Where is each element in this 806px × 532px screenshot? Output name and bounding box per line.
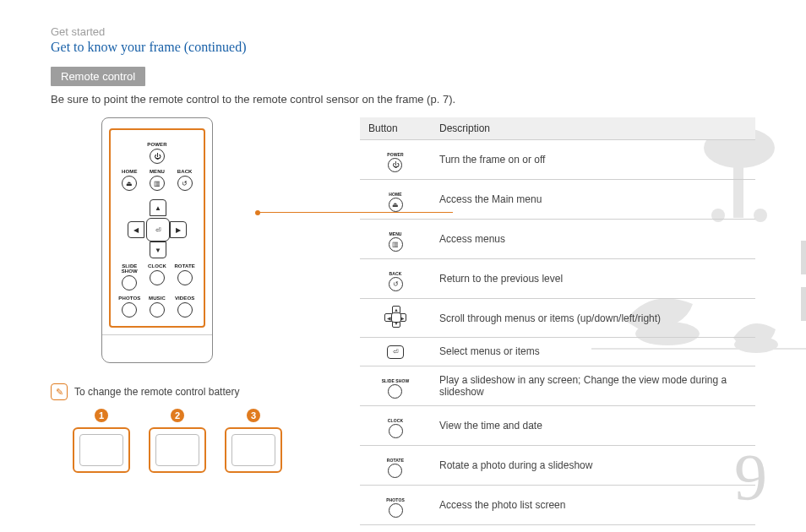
manual-page: 9 Get started Get to know your frame (co… [0, 0, 806, 532]
cell-desc: Access the Main menu [431, 180, 755, 220]
button-icon: CLOCK [388, 418, 403, 438]
note-text: To change the remote control battery [74, 386, 239, 398]
rotate-icon [177, 270, 193, 285]
step-figure [225, 427, 282, 473]
cell-desc: Access the music list screen [431, 524, 755, 532]
breadcrumb: Get started [51, 25, 755, 38]
table-row: SLIDE SHOWPlay a slideshow in any screen… [360, 366, 755, 405]
table-row: BACKReturn to the previous level [360, 259, 755, 299]
th-desc: Description [431, 117, 755, 140]
cell-desc: Access menus [431, 220, 755, 259]
page-tab [801, 241, 806, 274]
step-figure [73, 427, 130, 473]
section-intro: Be sure to point the remote control to t… [51, 93, 755, 106]
button-icon: ROTATE [387, 458, 404, 478]
btn-label-power: POWER [147, 142, 166, 147]
button-icon: SLIDE SHOW [382, 378, 410, 399]
power-icon [150, 149, 165, 164]
table-row: ▲▼◀▶Scroll through menus or items (up/do… [360, 299, 755, 338]
section-heading: Remote control [51, 67, 145, 86]
cell-desc: View the time and date [431, 405, 755, 445]
clock-icon [150, 270, 165, 285]
cell-desc: Rotate a photo during a slideshow [431, 445, 755, 485]
cell-desc: Access the photo list screen [431, 485, 755, 524]
power-icon: POWER [387, 152, 403, 172]
cell-icon: ▲▼◀▶ [360, 299, 431, 338]
battery-steps: 1 2 3 [73, 409, 329, 473]
cell-icon: SLIDE SHOW [360, 366, 431, 405]
menu-icon [150, 176, 165, 191]
music-icon [150, 302, 165, 318]
button-table: Button Description POWERTurn the frame o… [360, 117, 755, 532]
cell-desc: Scroll through menus or items (up/down/l… [431, 299, 755, 338]
step-3: 3 [225, 409, 282, 473]
btn-label-rotate: ROTATE [174, 263, 195, 269]
table-row: POWERTurn the frame on or off [360, 140, 755, 180]
page-title: Get to know your frame (continued) [51, 40, 755, 55]
step-figure [149, 427, 206, 473]
remote-diagram: POWER HOME MENU BACK ▲▼ [101, 117, 213, 363]
cell-icon: POWER [360, 140, 431, 180]
table-row: Select menus or items [360, 338, 755, 366]
table-row: ROTATERotate a photo during a slideshow [360, 445, 755, 485]
cell-desc: Return to the previous level [431, 259, 755, 299]
btn-label-home: HOME [122, 169, 137, 174]
battery-note: ✎ To change the remote control battery [51, 383, 329, 400]
step-num: 2 [171, 409, 184, 422]
step-1: 1 [73, 409, 130, 473]
home-icon [122, 176, 137, 191]
cell-icon: PHOTOS [360, 485, 431, 524]
cell-icon: MUSIC [360, 524, 431, 532]
left-column: POWER HOME MENU BACK ▲▼ [51, 117, 329, 532]
button-icon: PHOTOS [386, 497, 405, 518]
btn-label-photos: PHOTOS [118, 296, 140, 301]
th-button: Button [360, 117, 431, 140]
right-column: Button Description POWERTurn the frame o… [360, 117, 755, 532]
svg-point-3 [754, 209, 767, 222]
menu-icon: MENU [389, 231, 403, 252]
step-num: 1 [95, 409, 108, 422]
dpad-icon: ▲▼ ◀▶ [128, 199, 187, 258]
btn-label-menu: MENU [150, 169, 165, 174]
table-row: CLOCKView the time and date [360, 405, 755, 445]
btn-label-back: BACK [177, 169, 193, 174]
cell-icon: CLOCK [360, 405, 431, 445]
btn-label-clock: CLOCK [148, 263, 166, 269]
cell-icon: MENU [360, 220, 431, 259]
cell-icon: BACK [360, 259, 431, 299]
btn-label-music: MUSIC [149, 296, 166, 301]
cell-icon [360, 338, 431, 366]
cell-desc: Select menus or items [431, 338, 755, 366]
table-row: MENUAccess menus [360, 220, 755, 259]
step-2: 2 [149, 409, 206, 473]
cell-desc: Turn the frame on or off [431, 140, 755, 180]
videos-icon [177, 302, 193, 318]
slideshow-icon [122, 275, 137, 290]
note-icon: ✎ [51, 383, 68, 400]
table-row: MUSICAccess the music list screen [360, 524, 755, 532]
dpad-icon: ▲▼◀▶ [384, 306, 406, 328]
cell-icon: ROTATE [360, 445, 431, 485]
back-icon [177, 176, 193, 191]
table-row: PHOTOSAccess the photo list screen [360, 485, 755, 524]
btn-label-videos: VIDEOS [175, 296, 194, 301]
page-tab [801, 287, 806, 321]
cell-icon: HOME [360, 180, 431, 220]
callout-leader [259, 212, 453, 213]
cell-desc: Play a slideshow in any screen; Change t… [431, 366, 755, 405]
enter-icon [387, 345, 404, 359]
back-icon: BACK [389, 271, 403, 291]
table-row: HOMEAccess the Main menu [360, 180, 755, 220]
home-icon: HOME [389, 192, 403, 212]
step-num: 3 [247, 409, 260, 422]
photos-icon [122, 302, 137, 318]
btn-label-slideshow: SLIDE SHOW [117, 263, 141, 274]
